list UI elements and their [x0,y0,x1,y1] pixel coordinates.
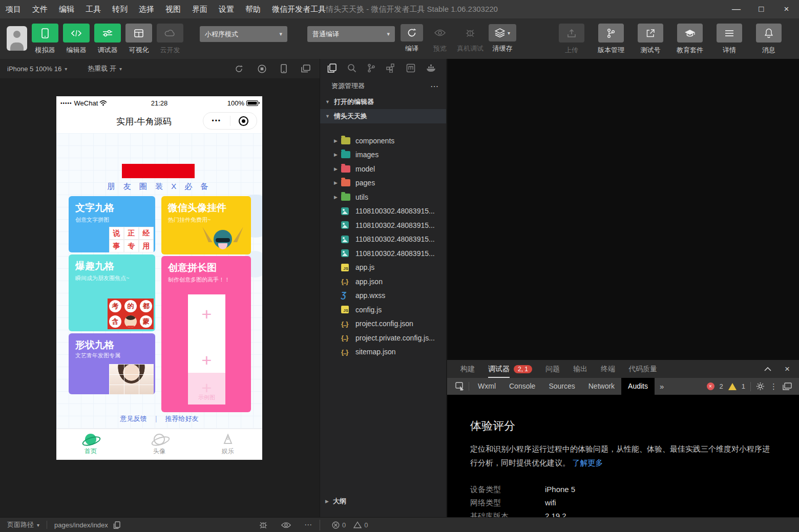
tree-item-image-file[interactable]: 1108100302.48083915... [320,232,446,247]
close-target-icon[interactable] [230,116,257,126]
dock-side-icon[interactable] [783,382,792,390]
close-button[interactable]: × [774,0,799,18]
section-project-root[interactable]: ▼ 情头天天换 [320,109,446,123]
settings-gear-icon[interactable] [756,382,765,391]
device-selector[interactable]: iPhone 5 100% 16 ▾ [7,65,67,73]
hot-reload-selector[interactable]: 热重载 开 ▾ [88,64,122,73]
editor-toggle-button[interactable]: 编辑器 [63,24,90,55]
clear-cache-button[interactable]: ▾ 清缓存 [489,24,516,53]
tab-debugger[interactable]: 调试器 [488,360,510,378]
tree-item-images[interactable]: ▶images [320,148,446,162]
tab-avatar[interactable]: 头像 [125,429,194,460]
details-button[interactable]: 详情 [713,24,745,55]
tab-code-quality[interactable]: 代码质量 [628,360,657,378]
tree-item-project-config[interactable]: {..}project.config.json [320,317,446,331]
restart-icon[interactable] [235,65,243,73]
tree-item-app-js[interactable]: JSapp.js [320,261,446,275]
tree-item-image-file[interactable]: 1108100302.48083915... [320,204,446,219]
tree-item-sitemap-json[interactable]: {..}sitemap.json [320,345,446,359]
tree-item-utils[interactable]: ▶utils [320,190,446,204]
messages-button[interactable]: 消息 [753,24,785,55]
tab-build[interactable]: 构建 [460,360,475,378]
devtools-toolbar: Wxml Console Sources Network Audits » × … [447,378,799,395]
section-open-editors[interactable]: ▼ 打开的编辑器 [320,95,446,109]
learn-more-link[interactable]: 了解更多 [572,458,603,467]
tree-item-app-json[interactable]: {..}app.json [320,274,446,289]
tree-item-image-file[interactable]: 1108100302.48083915... [320,218,446,232]
card-fun-grid[interactable]: 爆趣九格 瞬间成为朋友圈焦点~ 考 的 都 含 蒙 [69,254,155,331]
git-branch-icon [606,28,616,38]
menu-item-goto[interactable]: 转到 [107,5,133,14]
inspect-element-icon[interactable] [451,382,469,391]
devtool-tab-console[interactable]: Console [502,378,542,395]
compile-button[interactable]: 编译 [401,24,423,53]
tab-problems[interactable]: 问题 [545,360,560,378]
more-options-icon[interactable]: ••• [203,117,230,124]
version-control-button[interactable]: 版本管理 [595,24,627,55]
tab-fun[interactable]: 娱乐 [194,429,262,460]
tree-item-image-file[interactable]: 1108100302.48083915... [320,246,446,261]
phone-screen[interactable]: ••••• WeChat 21:28 100% 实用-牛角源码 ••• 朋 友 … [56,96,262,460]
devtool-tab-wxml[interactable]: Wxml [471,378,502,395]
visual-toggle-button[interactable]: 可视化 [125,24,152,55]
docker-icon[interactable] [426,64,436,72]
source-control-icon[interactable] [367,63,375,73]
card-avatar-widget[interactable]: 微信头像挂件 热门挂件免费用~ [161,196,251,254]
device-frame-icon[interactable] [281,64,287,73]
section-outline[interactable]: ▶ 大纲 [320,495,446,508]
devtool-tab-sources[interactable]: Sources [542,378,581,395]
kebab-menu-icon[interactable]: ⋮ [770,382,777,391]
card-text-grid[interactable]: 文字九格 创意文字拼图 说 正 经 事 专 用 [69,196,155,252]
recommend-link[interactable]: 推荐给好友 [165,415,198,422]
card-long-image[interactable]: 创意拼长图 制作创意多图的高手！！ + + + 示例图 [161,256,251,412]
user-avatar[interactable] [7,26,27,51]
test-account-button[interactable]: 测试号 [635,24,666,55]
status-bar: 页面路径 ▾ pages/index/index ⋯ 0 0 [0,517,799,532]
minimize-button[interactable]: — [724,0,749,18]
card-shape-grid[interactable]: 形状九格 文艺青年发图专属 [69,333,155,394]
menu-item-view[interactable]: 视图 [160,5,186,14]
close-panel-icon[interactable]: × [785,364,790,374]
devtool-tab-audits[interactable]: Audits [621,378,655,395]
npm-scripts-icon[interactable] [406,63,415,73]
maximize-button[interactable]: □ [749,0,774,18]
tree-item-pages[interactable]: ▶pages [320,176,446,190]
compile-mode-select[interactable]: 普通编译 ▾ [307,26,395,42]
menu-item-interface[interactable]: 界面 [186,5,213,14]
devtool-tab-network[interactable]: Network [582,378,621,395]
menu-item-tools[interactable]: 工具 [80,5,107,14]
more-tabs-icon[interactable]: » [655,382,669,391]
more-options-icon[interactable]: ⋯ [304,520,312,529]
menu-item-select[interactable]: 选择 [133,5,160,14]
extensions-icon[interactable] [386,63,395,73]
vconsole-bug-icon[interactable] [259,521,268,529]
menu-item-devtools[interactable]: 微信开发者工具 [266,5,331,14]
detach-window-icon[interactable] [301,65,310,73]
menu-item-help[interactable]: 帮助 [240,5,266,14]
tree-item-model[interactable]: ▶model [320,162,446,176]
tree-item-project-private-config[interactable]: {..}project.private.config.js... [320,331,446,345]
search-icon[interactable] [347,63,356,73]
menu-item-project[interactable]: 项目 [0,5,27,14]
tree-item-app-wxss[interactable]: Ʒapp.wxss [320,289,446,303]
files-icon[interactable] [327,63,337,73]
education-kit-button[interactable]: 教育套件 [674,24,706,55]
tree-item-config-js[interactable]: JSconfig.js [320,303,446,317]
copy-icon[interactable] [113,521,120,529]
stop-icon[interactable] [258,65,266,73]
mode-select[interactable]: 小程序模式 ▾ [200,26,287,42]
menu-item-edit[interactable]: 编辑 [53,5,80,14]
menu-item-file[interactable]: 文件 [27,5,53,14]
visibility-eye-icon[interactable] [281,522,291,528]
tab-output[interactable]: 输出 [573,360,587,378]
debugger-toggle-button[interactable]: 调试器 [94,24,121,55]
more-actions-icon[interactable]: ⋯ [430,81,439,91]
feedback-link[interactable]: 意见反馈 [120,415,147,422]
collapse-panel-icon[interactable] [764,367,771,371]
menu-item-settings[interactable]: 设置 [213,5,240,14]
page-path-label[interactable]: 页面路径 [7,520,34,529]
tab-terminal[interactable]: 终端 [601,360,615,378]
tree-item-components[interactable]: ▶components [320,134,446,148]
simulator-toggle-button[interactable]: 模拟器 [32,24,58,55]
tab-home[interactable]: 首页 [56,429,125,460]
